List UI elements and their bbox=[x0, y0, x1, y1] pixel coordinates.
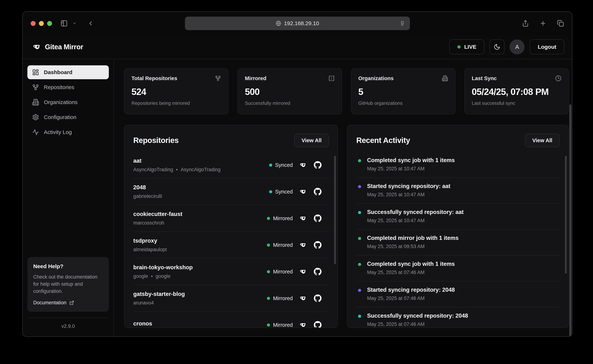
activity-text: Completed sync job with 1 items bbox=[367, 261, 455, 267]
activity-item[interactable]: Successfully synced repository: 2048 May… bbox=[356, 307, 560, 328]
repo-row[interactable]: aat AsyncAlgoTrading • AsyncAlgoTrading bbox=[133, 152, 329, 179]
dashboard-icon bbox=[32, 69, 39, 76]
sidebar-item-dashboard[interactable]: Dashboard bbox=[27, 65, 109, 79]
repo-owner: google bbox=[133, 273, 148, 279]
repo-org: google bbox=[156, 273, 170, 279]
github-link-icon[interactable] bbox=[314, 294, 321, 302]
repo-name: brain-tokyo-workshop bbox=[133, 264, 193, 271]
main-content: Total Repositories 524 Repositories bein… bbox=[114, 59, 572, 337]
close-window-button[interactable] bbox=[31, 21, 36, 26]
live-status-badge[interactable]: LIVE bbox=[449, 39, 485, 54]
stat-value: 05/24/25, 07:08 PM bbox=[472, 86, 561, 97]
activity-dot bbox=[358, 289, 361, 292]
status-badge: Synced bbox=[275, 162, 293, 168]
git-fork-icon bbox=[215, 75, 221, 81]
activity-item[interactable]: Started syncing repository: 2048 May 25,… bbox=[356, 281, 560, 307]
activity-item[interactable]: Successfully synced repository: aat May … bbox=[356, 204, 560, 230]
sidebar-item-repositories[interactable]: Repositories bbox=[27, 80, 109, 94]
stats-row: Total Repositories 524 Repositories bein… bbox=[124, 68, 569, 114]
stat-label: Last Sync bbox=[472, 75, 497, 81]
repo-row[interactable]: gatsby-starter-blog arunavo4 bbox=[133, 285, 329, 312]
repo-owner: gabrielecirulli bbox=[133, 194, 162, 199]
theme-toggle-button[interactable] bbox=[489, 39, 504, 54]
status-dot bbox=[267, 217, 270, 220]
gitea-link-icon[interactable] bbox=[300, 295, 307, 302]
github-link-icon[interactable] bbox=[314, 214, 321, 222]
repo-row[interactable]: cookiecutter-faust marcosschroh bbox=[133, 205, 329, 232]
gitea-logo-icon bbox=[33, 43, 41, 51]
browser-window: 192.168.29.10 Gitea Mirror LIVE A bbox=[22, 11, 572, 337]
page-format-icon[interactable] bbox=[400, 21, 405, 26]
status-badge: Synced bbox=[275, 189, 293, 195]
activity-item[interactable]: Completed mirror job with 1 items May 25… bbox=[356, 230, 560, 256]
mirror-icon bbox=[328, 75, 335, 81]
building-icon bbox=[442, 75, 448, 81]
status-badge: Mirrored bbox=[273, 242, 293, 248]
status-badge: Mirrored bbox=[273, 295, 293, 301]
github-link-icon[interactable] bbox=[314, 268, 321, 275]
repo-row[interactable]: tsdproxy almeidapaulopt bbox=[133, 232, 329, 259]
sidebar-item-configuration[interactable]: Configuration bbox=[27, 110, 109, 124]
activity-timestamp: May 25, 2025 at 10:47 AM bbox=[367, 218, 463, 223]
gitea-link-icon[interactable] bbox=[300, 241, 307, 249]
avatar[interactable]: A bbox=[509, 39, 525, 54]
repo-owner: arunavo4 bbox=[133, 300, 154, 306]
gitea-link-icon[interactable] bbox=[300, 188, 307, 195]
status-dot bbox=[267, 324, 270, 327]
sidebar-item-label: Configuration bbox=[44, 114, 76, 120]
activity-item[interactable]: Started syncing repository: aat May 25, … bbox=[356, 178, 560, 204]
activity-timestamp: May 25, 2025 at 07:46 AM bbox=[367, 321, 468, 327]
app-title: Gitea Mirror bbox=[45, 43, 83, 51]
share-icon[interactable] bbox=[522, 20, 529, 27]
sidebar-item-label: Repositories bbox=[44, 84, 74, 90]
documentation-link-label: Documentation bbox=[33, 300, 66, 306]
minimize-window-button[interactable] bbox=[39, 21, 44, 26]
zoom-window-button[interactable] bbox=[47, 21, 52, 26]
repositories-scrollbar[interactable] bbox=[334, 156, 336, 264]
activity-view-all-button[interactable]: View All bbox=[525, 134, 560, 147]
stat-label: Organizations bbox=[358, 75, 394, 81]
repositories-view-all-button[interactable]: View All bbox=[294, 134, 329, 147]
stat-label: Mirrored bbox=[245, 75, 266, 81]
github-link-icon[interactable] bbox=[314, 241, 321, 249]
activity-dot bbox=[358, 211, 361, 214]
stat-value: 5 bbox=[358, 86, 448, 97]
tab-overview-icon[interactable] bbox=[557, 20, 564, 27]
activity-text: Successfully synced repository: aat bbox=[367, 209, 463, 215]
gitea-link-icon[interactable] bbox=[300, 215, 307, 222]
new-tab-icon[interactable] bbox=[540, 20, 547, 27]
activity-dot bbox=[358, 237, 361, 240]
chevron-down-icon[interactable] bbox=[72, 21, 77, 25]
activity-item[interactable]: Completed sync job with 1 items May 25, … bbox=[356, 256, 560, 281]
sidebar-toggle-icon[interactable] bbox=[60, 20, 68, 27]
github-link-icon[interactable] bbox=[314, 321, 321, 328]
github-link-icon[interactable] bbox=[314, 161, 321, 169]
repo-name: cookiecutter-faust bbox=[133, 211, 182, 217]
brand[interactable]: Gitea Mirror bbox=[33, 43, 83, 51]
repo-row[interactable]: cronos bbox=[133, 312, 329, 328]
activity-item[interactable]: Completed sync job with 1 items May 25, … bbox=[356, 152, 560, 178]
stat-card-total-repositories: Total Repositories 524 Repositories bein… bbox=[124, 68, 228, 114]
gitea-link-icon[interactable] bbox=[300, 161, 307, 169]
repo-org: AsyncAlgoTrading bbox=[181, 167, 221, 173]
activity-scrollbar[interactable] bbox=[565, 156, 567, 274]
gitea-link-icon[interactable] bbox=[300, 321, 307, 328]
back-icon[interactable] bbox=[87, 20, 94, 27]
sidebar-item-organizations[interactable]: Organizations bbox=[27, 95, 109, 109]
gitea-link-icon[interactable] bbox=[300, 268, 307, 275]
repo-row[interactable]: 2048 gabrielecirulli bbox=[133, 179, 329, 205]
status-dot bbox=[269, 163, 272, 167]
logout-button[interactable]: Logout bbox=[530, 39, 564, 54]
recent-activity-panel: Recent Activity View All Completed sync … bbox=[347, 125, 569, 328]
address-bar[interactable]: 192.168.29.10 bbox=[185, 17, 410, 30]
github-link-icon[interactable] bbox=[314, 188, 321, 195]
documentation-link[interactable]: Documentation bbox=[33, 300, 103, 306]
sidebar-item-label: Activity Log bbox=[44, 129, 72, 135]
repo-row[interactable]: brain-tokyo-workshop google • google bbox=[133, 259, 329, 285]
activity-text: Started syncing repository: 2048 bbox=[367, 286, 455, 293]
page-scrollbar[interactable] bbox=[569, 104, 572, 337]
stat-caption: GitHub organizations bbox=[358, 100, 448, 106]
live-label: LIVE bbox=[464, 44, 476, 50]
sidebar: Dashboard Repositories Organizations Con… bbox=[23, 59, 114, 337]
sidebar-item-activity-log[interactable]: Activity Log bbox=[27, 125, 109, 139]
